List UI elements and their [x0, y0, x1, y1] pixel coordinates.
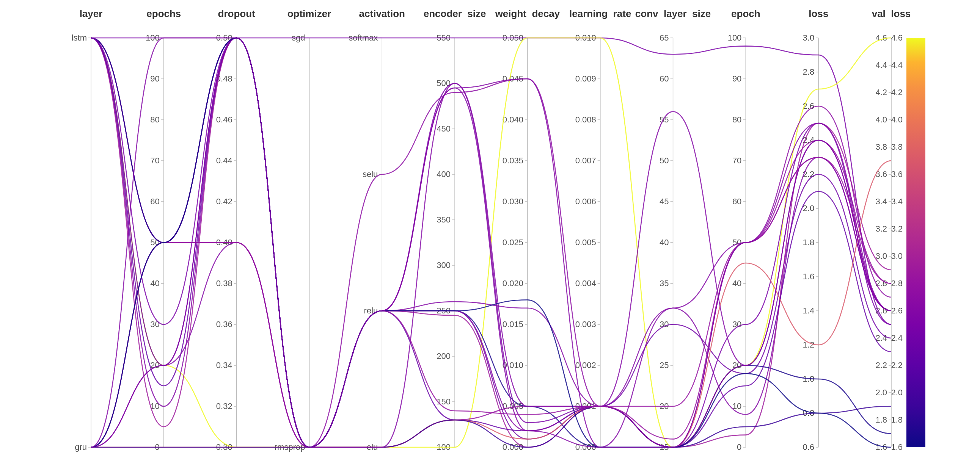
colorbar-tick: 4.0 — [891, 115, 903, 124]
colorbar-tick: 3.2 — [891, 224, 903, 233]
tick-label: 80 — [732, 115, 741, 124]
colorbar-tick: 2.4 — [891, 333, 903, 343]
axis-title-epoch: epoch — [731, 8, 760, 19]
tick-label: 4.0 — [875, 115, 887, 124]
tick-label: 0.36 — [216, 319, 232, 329]
colorbar-tick: 4.4 — [891, 60, 903, 70]
tick-label: 2.0 — [875, 388, 887, 397]
colorbar-tick: 3.0 — [891, 251, 903, 261]
tick-label: 3.0 — [803, 33, 815, 43]
colorbar-tick: 2.8 — [891, 279, 903, 288]
colorbar-tick: 2.2 — [891, 360, 903, 370]
colorbar-tick: 4.6 — [891, 33, 903, 43]
tick-label: 0.002 — [575, 360, 596, 370]
tick-label: 45 — [660, 197, 669, 206]
colorbar-tick: 4.2 — [891, 87, 903, 97]
tick-label: 3.4 — [875, 197, 887, 206]
tick-label: 0.015 — [503, 319, 523, 329]
tick-label: 0.44 — [216, 156, 232, 165]
tick-label: 65 — [660, 33, 669, 43]
tick-label: 2.8 — [803, 67, 815, 76]
tick-label: gru — [75, 442, 87, 452]
tick-label: 1.4 — [803, 306, 815, 315]
tick-label: 0.008 — [575, 115, 596, 124]
tick-label: 55 — [660, 115, 669, 124]
runs-group — [91, 38, 891, 447]
tick-label: 100 — [728, 33, 742, 43]
tick-label: 0.006 — [575, 197, 596, 206]
parallel-coords-chart[interactable]: layerlstmgruepochs0102030405060708090100… — [0, 0, 980, 473]
axis-title-weight_decay: weight_decay — [495, 8, 560, 19]
tick-label: 3.2 — [875, 224, 887, 233]
tick-label: 400 — [436, 170, 450, 179]
tick-label: 4.2 — [875, 87, 887, 97]
tick-label: 40 — [732, 279, 741, 288]
tick-label: 2.0 — [803, 203, 815, 213]
tick-label: 0.004 — [575, 279, 596, 288]
axis-title-loss: loss — [808, 8, 828, 19]
tick-label: 0.6 — [803, 442, 815, 452]
axis-title-optimizer: optimizer — [288, 8, 331, 19]
tick-label: 0.003 — [575, 319, 596, 329]
tick-label: 60 — [732, 197, 741, 206]
tick-label: 0.38 — [216, 279, 232, 288]
axis-title-conv_layer_size: conv_layer_size — [635, 8, 711, 19]
colorbar[interactable] — [907, 38, 925, 447]
tick-label: lstm — [72, 33, 87, 43]
tick-label: 70 — [732, 156, 741, 165]
axis-title-epochs: epochs — [146, 8, 181, 19]
tick-label: 3.6 — [875, 170, 887, 179]
colorbar-tick: 1.6 — [891, 442, 903, 452]
tick-label: 2.2 — [803, 170, 815, 179]
tick-label: 150 — [436, 397, 450, 406]
axis-title-dropout: dropout — [218, 8, 256, 19]
tick-label: 30 — [150, 319, 159, 329]
tick-label: 90 — [150, 74, 159, 83]
tick-label: 60 — [150, 197, 159, 206]
tick-label: 0.46 — [216, 115, 232, 124]
tick-label: 40 — [660, 238, 669, 247]
colorbar-tick: 2.0 — [891, 388, 903, 397]
tick-label: 3.8 — [875, 142, 887, 152]
tick-label: 0.32 — [216, 402, 232, 411]
tick-label: 0.030 — [503, 197, 523, 206]
tick-label: 80 — [150, 115, 159, 124]
tick-label: 450 — [436, 124, 450, 133]
tick-label: 0.42 — [216, 197, 232, 206]
tick-label: 3.0 — [875, 251, 887, 261]
axis-title-val_loss: val_loss — [872, 8, 911, 19]
tick-label: 1.8 — [803, 238, 815, 247]
tick-label: 35 — [660, 279, 669, 288]
tick-label: 0.34 — [216, 360, 232, 370]
axis-title-learning_rate: learning_rate — [569, 8, 631, 19]
colorbar-tick: 2.6 — [891, 306, 903, 315]
tick-label: 1.6 — [803, 272, 815, 281]
chart-svg: layerlstmgruepochs0102030405060708090100… — [0, 0, 980, 473]
tick-label: 0.005 — [575, 238, 596, 247]
tick-label: 0.040 — [503, 115, 523, 124]
tick-label: 40 — [150, 279, 159, 288]
tick-label: 350 — [436, 215, 450, 224]
tick-label: 0.025 — [503, 238, 523, 247]
tick-label: 0.007 — [575, 156, 596, 165]
tick-label: 2.2 — [875, 360, 887, 370]
axis-title-layer: layer — [80, 8, 103, 19]
tick-label: 0.020 — [503, 279, 523, 288]
run-line-13[interactable] — [91, 83, 891, 447]
tick-label: 70 — [150, 156, 159, 165]
colorbar-tick: 3.8 — [891, 142, 903, 152]
tick-label: relu — [364, 306, 378, 315]
tick-label: 0.009 — [575, 74, 596, 83]
tick-label: 200 — [436, 351, 450, 361]
tick-label: 0 — [737, 442, 741, 452]
tick-label: 50 — [150, 238, 159, 247]
axis-title-encoder_size: encoder_size — [424, 8, 486, 19]
tick-label: 300 — [436, 260, 450, 270]
colorbar-tick: 1.8 — [891, 415, 903, 424]
tick-label: 0.035 — [503, 156, 523, 165]
tick-label: 25 — [660, 360, 669, 370]
tick-label: 1.8 — [875, 415, 887, 424]
tick-label: 90 — [732, 74, 741, 83]
tick-label: 50 — [660, 156, 669, 165]
axis-title-activation: activation — [359, 8, 405, 19]
